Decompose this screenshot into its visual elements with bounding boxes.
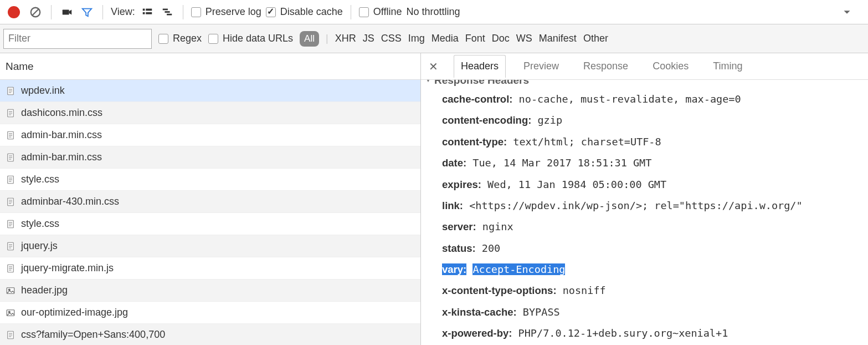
header-line[interactable]: content-type: text/html; charset=UTF-8	[424, 131, 865, 153]
tab-cookies[interactable]: Cookies	[646, 55, 695, 77]
offline-checkbox[interactable]: Offline	[359, 6, 402, 18]
disable-cache-label: Disable cache	[280, 6, 343, 18]
network-row[interactable]: jquery.js	[0, 235, 420, 257]
image-file-icon	[6, 308, 16, 318]
divider: |	[326, 33, 328, 44]
disable-cache-checkbox[interactable]: Disable cache	[266, 6, 343, 18]
svg-rect-2	[63, 9, 69, 14]
document-file-icon	[6, 263, 16, 273]
header-line[interactable]: status: 200	[424, 238, 865, 259]
filter-type-js[interactable]: JS	[363, 33, 374, 44]
document-file-icon	[6, 219, 16, 229]
checkbox-icon	[266, 7, 276, 17]
waterfall-icon[interactable]	[160, 4, 175, 20]
tab-timing[interactable]: Timing	[706, 55, 749, 77]
network-row-name: css?family=Open+Sans:400,700	[21, 329, 165, 341]
filter-type-xhr[interactable]: XHR	[335, 33, 356, 44]
filter-type-media[interactable]: Media	[432, 33, 459, 44]
tab-response[interactable]: Response	[577, 55, 635, 77]
network-row[interactable]: wpdev.ink	[0, 80, 420, 102]
svg-rect-5	[142, 12, 145, 14]
preserve-log-checkbox[interactable]: Preserve log	[191, 6, 261, 18]
network-row[interactable]: dashicons.min.css	[0, 102, 420, 124]
network-row-name: admin-bar.min.css	[21, 129, 102, 141]
network-row-name: jquery-migrate.min.js	[21, 262, 114, 274]
network-row[interactable]: header.jpg	[0, 280, 420, 302]
filter-type-img[interactable]: Img	[408, 33, 425, 44]
filter-type-font[interactable]: Font	[465, 33, 485, 44]
network-row-name: style.css	[21, 218, 59, 230]
document-file-icon	[6, 130, 16, 140]
filter-type-all[interactable]: All	[300, 31, 319, 47]
header-line[interactable]: x-content-type-options: nosniff	[424, 280, 865, 301]
network-row[interactable]: adminbar-430.min.css	[0, 191, 420, 213]
filter-funnel-icon[interactable]	[79, 4, 95, 20]
response-headers-section[interactable]: ▼ Response Headers	[424, 80, 865, 89]
camera-icon[interactable]	[59, 4, 75, 20]
checkbox-icon	[191, 7, 201, 17]
document-file-icon	[6, 108, 16, 118]
filter-type-css[interactable]: CSS	[381, 33, 402, 44]
network-row-name: jquery.js	[21, 240, 58, 252]
request-details-pane: ✕ Headers Preview Response Cookies Timin…	[421, 53, 868, 345]
svg-rect-6	[146, 12, 152, 14]
document-file-icon	[6, 86, 16, 96]
header-line[interactable]: cache-control: no-cache, must-revalidate…	[424, 89, 865, 110]
chevron-down-icon[interactable]	[839, 4, 855, 20]
filter-input[interactable]	[3, 29, 152, 49]
network-request-list: Name wpdev.inkdashicons.min.cssadmin-bar…	[0, 53, 421, 345]
network-row[interactable]: admin-bar.min.css	[0, 124, 420, 146]
checkbox-icon	[158, 34, 168, 44]
column-header-name[interactable]: Name	[0, 53, 420, 80]
tab-headers[interactable]: Headers	[454, 55, 506, 78]
header-line[interactable]: server: nginx	[424, 216, 865, 237]
svg-rect-4	[146, 8, 152, 11]
divider	[183, 5, 183, 19]
large-rows-icon[interactable]	[140, 4, 155, 20]
network-row-name: dashicons.min.css	[21, 107, 102, 119]
close-icon[interactable]: ✕	[424, 60, 443, 73]
document-file-icon	[6, 241, 16, 251]
filter-toolbar: Regex Hide data URLs All | XHR JS CSS Im…	[0, 24, 868, 53]
svg-rect-8	[165, 11, 170, 13]
network-row-name: wpdev.ink	[21, 85, 65, 97]
network-row[interactable]: style.css	[0, 169, 420, 191]
header-line[interactable]: x-kinsta-cache: BYPASS	[424, 302, 865, 323]
disclosure-triangle-icon: ▼	[424, 80, 432, 84]
svg-rect-3	[142, 8, 145, 11]
header-line[interactable]: link: <https://wpdev.ink/wp-json/>; rel=…	[424, 195, 865, 216]
response-headers-title: Response Headers	[434, 80, 529, 86]
filter-type-doc[interactable]: Doc	[492, 33, 510, 44]
network-row[interactable]: our-optimized-image.jpg	[0, 302, 420, 324]
tab-preview[interactable]: Preview	[517, 55, 566, 77]
record-button[interactable]	[8, 6, 20, 18]
filter-type-manifest[interactable]: Manifest	[539, 33, 577, 44]
checkbox-icon	[359, 7, 369, 17]
network-row[interactable]: css?family=Open+Sans:400,700	[0, 324, 420, 345]
svg-line-1	[33, 9, 39, 15]
network-row[interactable]: jquery-migrate.min.js	[0, 257, 420, 280]
header-line[interactable]: vary: Accept-Encoding	[424, 259, 865, 280]
throttling-select[interactable]: No throttling	[407, 6, 460, 18]
filter-type-ws[interactable]: WS	[516, 33, 532, 44]
network-row[interactable]: admin-bar.min.css	[0, 146, 420, 169]
network-row-name: style.css	[21, 174, 59, 185]
filter-type-other[interactable]: Other	[583, 33, 608, 44]
header-line[interactable]: expires: Wed, 11 Jan 1984 05:00:00 GMT	[424, 174, 865, 195]
svg-rect-9	[167, 13, 172, 15]
network-toolbar: View: Preserve log Disable cache Offline…	[0, 0, 868, 24]
image-file-icon	[6, 286, 16, 296]
clear-icon[interactable]	[28, 4, 43, 20]
network-row-name: admin-bar.min.css	[21, 151, 102, 163]
document-file-icon	[6, 153, 16, 163]
divider	[102, 5, 103, 19]
regex-checkbox[interactable]: Regex	[158, 33, 202, 44]
divider	[351, 5, 351, 19]
header-line[interactable]: x-powered-by: PHP/7.0.12-1+deb.sury.org~…	[424, 323, 865, 344]
network-row[interactable]: style.css	[0, 213, 420, 235]
header-line[interactable]: content-encoding: gzip	[424, 110, 865, 131]
header-line[interactable]: date: Tue, 14 Mar 2017 18:51:31 GMT	[424, 153, 865, 174]
document-file-icon	[6, 197, 16, 207]
network-row-name: adminbar-430.min.css	[21, 196, 119, 207]
hide-data-urls-checkbox[interactable]: Hide data URLs	[208, 33, 293, 44]
